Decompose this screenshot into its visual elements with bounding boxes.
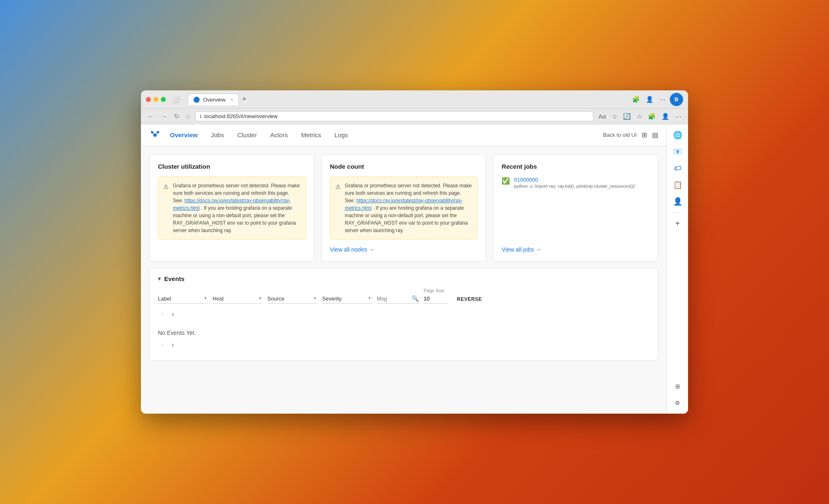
maximize-button[interactable] xyxy=(161,97,166,102)
nav-link-cluster[interactable]: Cluster xyxy=(231,129,263,141)
msg-filter-group: 🔍 xyxy=(377,295,419,304)
recent-jobs-card: Recent jobs ✅ 01000000 python -c 'import… xyxy=(493,154,658,262)
app-content: Overview Jobs Cluster Actors Metrics Log… xyxy=(141,124,688,414)
bookmark-icon[interactable]: ☆ xyxy=(635,111,644,122)
search-icon: 🔍 xyxy=(412,295,419,302)
sidebar-toggle-icon[interactable]: ⬜ xyxy=(172,96,179,103)
refresh-button[interactable]: ↻ xyxy=(172,111,181,122)
sidebar-divider xyxy=(673,212,683,213)
back-button[interactable]: ← xyxy=(146,111,156,122)
label-filter-select[interactable]: Label xyxy=(158,294,208,304)
source-select-wrap: Source xyxy=(267,294,317,304)
recent-jobs-title: Recent jobs xyxy=(502,163,650,170)
menu-icon[interactable]: ⋯ xyxy=(658,94,667,105)
home-button[interactable]: ⌂ xyxy=(184,111,192,122)
nav-link-jobs[interactable]: Jobs xyxy=(205,129,230,141)
traffic-lights xyxy=(146,97,166,102)
nav-link-overview[interactable]: Overview xyxy=(164,129,204,141)
chevron-down-icon: ▾ xyxy=(158,276,161,282)
label-filter-group: Label xyxy=(158,294,208,304)
url-text: localhost:8265/#/new/overview xyxy=(204,113,278,119)
back-old-ui-button[interactable]: Back to old UI xyxy=(603,132,637,138)
page-size-group: Page Size xyxy=(424,288,448,304)
sidebar-icon-mail[interactable]: 📧 xyxy=(670,144,685,159)
sidebar-icon-tag[interactable]: 🏷 xyxy=(670,161,685,176)
warning-icon: ⚠ xyxy=(163,182,169,234)
profile-icon[interactable]: 👤 xyxy=(644,94,655,105)
job-details: 01000000 python -c 'import ray; ray.init… xyxy=(514,177,635,189)
minimize-button[interactable] xyxy=(153,97,158,102)
address-bar[interactable]: ℹ localhost:8265/#/new/overview xyxy=(195,111,594,121)
extensions-icon[interactable]: 🧩 xyxy=(630,94,642,105)
browser-extension-icon[interactable]: B xyxy=(670,93,683,106)
sidebar-icon-add[interactable]: + xyxy=(670,216,685,231)
layout-icon[interactable]: ⊞ xyxy=(642,131,647,139)
tab-close-button[interactable]: × xyxy=(230,97,233,102)
msg-search-wrap: 🔍 xyxy=(377,295,419,304)
star-icon[interactable]: ☆ xyxy=(610,111,619,122)
severity-select-wrap: Severity xyxy=(322,294,372,304)
recent-jobs-footer: View all jobs → xyxy=(502,240,650,253)
host-select-wrap: Host xyxy=(213,294,262,304)
extensions2-icon[interactable]: 🧩 xyxy=(646,111,657,122)
prev-page-bottom-button[interactable]: ‹ xyxy=(158,339,167,350)
page-size-input[interactable] xyxy=(424,294,448,304)
nav-link-actors[interactable]: Actors xyxy=(264,129,294,141)
app-logo xyxy=(149,129,161,141)
browser-tab-overview[interactable]: 🔵 Overview × xyxy=(188,94,239,105)
job-id-link[interactable]: 01000000 xyxy=(514,177,635,183)
pagination-top: ‹ › xyxy=(158,309,650,320)
next-page-button[interactable]: › xyxy=(168,309,177,320)
events-header[interactable]: ▾ Events xyxy=(158,275,650,282)
msg-search-input[interactable] xyxy=(377,296,410,302)
tab-title: Overview xyxy=(203,97,225,103)
tab-favicon: 🔵 xyxy=(193,97,200,103)
browser-nav-bar: ← → ↻ ⌂ ℹ localhost:8265/#/new/overview … xyxy=(141,109,688,124)
lock-icon: ℹ xyxy=(200,114,202,119)
view-all-jobs-link[interactable]: View all jobs → xyxy=(502,246,650,253)
view-all-nodes-link[interactable]: View all nodes → xyxy=(330,246,478,253)
sidebar-icon-person[interactable]: 👤 xyxy=(670,194,685,209)
warning2-icon: ⚠ xyxy=(335,182,341,234)
close-button[interactable] xyxy=(146,97,151,102)
job-success-icon: ✅ xyxy=(502,177,510,185)
arrow-right-icon: → xyxy=(369,246,375,253)
no-events-message: No Events Yet. xyxy=(158,323,650,339)
forward-button[interactable]: → xyxy=(159,111,169,122)
prev-page-button[interactable]: ‹ xyxy=(158,309,167,320)
node-count-footer: View all nodes → xyxy=(330,240,478,253)
toolbar-icons: Aa ☆ 🔄 ☆ 🧩 👤 ⋯ xyxy=(597,111,683,122)
right-sidebar: 🌐 📧 🏷 📋 👤 + ⊞ ⚙ xyxy=(667,124,688,414)
more-icon[interactable]: ⋯ xyxy=(674,111,683,122)
arrow-right2-icon: → xyxy=(536,246,541,253)
severity-filter-select[interactable]: Severity xyxy=(322,294,372,304)
nav-link-metrics[interactable]: Metrics xyxy=(295,129,327,141)
node-count-alert: ⚠ Grafana or prometheus server not detec… xyxy=(330,177,478,240)
label-select-wrap: Label xyxy=(158,294,208,304)
nav-links: Overview Jobs Cluster Actors Metrics Log… xyxy=(164,129,603,141)
sidebar-icon-globe[interactable]: 🌐 xyxy=(670,128,685,143)
events-filters-row: Label Host xyxy=(158,288,650,304)
translate-icon[interactable]: Aa xyxy=(597,111,608,121)
next-page-bottom-button[interactable]: › xyxy=(168,339,177,350)
cluster-utilization-card: Cluster utilization ⚠ Grafana or prometh… xyxy=(149,154,315,262)
cluster-utilization-alert: ⚠ Grafana or prometheus server not detec… xyxy=(158,177,306,240)
nav-link-logs[interactable]: Logs xyxy=(329,129,354,141)
host-filter-group: Host xyxy=(213,294,262,304)
job-item: ✅ 01000000 python -c 'import ray; ray.in… xyxy=(502,177,650,189)
sidebar-icon-clipboard[interactable]: 📋 xyxy=(670,177,685,192)
cluster-utilization-title: Cluster utilization xyxy=(158,163,306,170)
source-filter-group: Source xyxy=(267,294,317,304)
sidebar-icon-settings[interactable]: ⚙ xyxy=(670,395,685,410)
source-filter-select[interactable]: Source xyxy=(267,294,317,304)
panel-icon[interactable]: ▤ xyxy=(652,131,658,139)
events-section: ▾ Events Label xyxy=(149,268,658,361)
reverse-button[interactable]: REVERSE xyxy=(453,295,485,304)
host-filter-select[interactable]: Host xyxy=(213,294,262,304)
node-count-card: Node count ⚠ Grafana or prometheus serve… xyxy=(321,154,487,262)
reload-icon[interactable]: 🔄 xyxy=(621,111,633,122)
sidebar-icon-layout[interactable]: ⊞ xyxy=(670,379,685,394)
events-title: Events xyxy=(164,275,184,282)
new-tab-button[interactable]: + xyxy=(242,95,247,104)
profile2-icon[interactable]: 👤 xyxy=(660,111,671,122)
